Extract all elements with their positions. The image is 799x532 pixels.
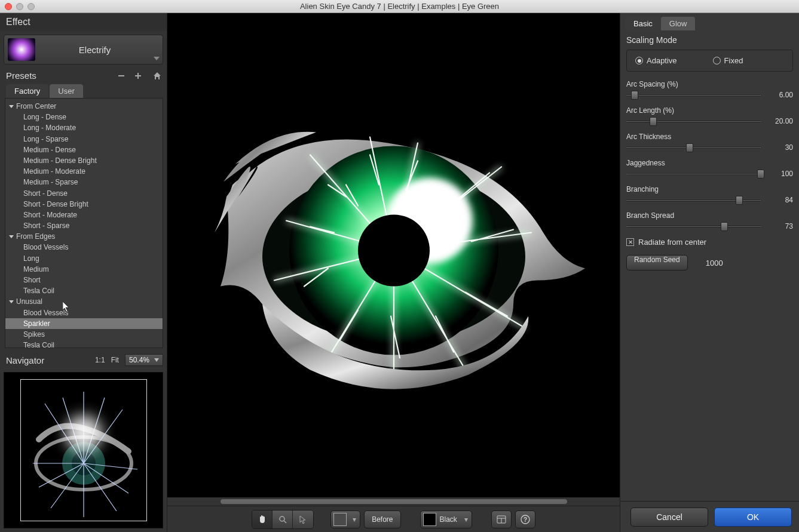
param-jaggedness: Jaggedness 100 [626,159,793,178]
presets-section-label: Presets [6,70,109,81]
tree-item-selected[interactable]: Sparkler [5,318,163,329]
param-value[interactable]: 6.00 [769,91,793,99]
title-bar: Alien Skin Eye Candy 7 | Electrify | Exa… [0,0,799,13]
zoom-select[interactable]: 50.4% [125,354,163,366]
navigator-section-label: Navigator [6,355,89,365]
tree-item[interactable]: Short - Moderate [5,210,163,220]
window-controls [5,3,35,10]
param-value[interactable]: 20.00 [769,117,793,125]
tab-user[interactable]: User [50,84,82,98]
radio-label: Fixed [724,56,743,65]
before-button[interactable]: Before [364,511,400,528]
tree-group[interactable]: From Edges [5,231,163,242]
tree-group-label: From Edges [16,232,55,241]
checkbox-label: Radiate from center [638,238,706,247]
param-value[interactable]: 84 [769,196,793,204]
tree-item[interactable]: Tesla Coil [5,285,163,296]
param-arc-thickness: Arc Thickness 30 [626,133,793,152]
dialog-footer: Cancel OK [620,501,799,532]
svg-rect-2 [135,75,141,76]
seed-value[interactable]: 1000 [706,259,723,267]
color-swatch [333,513,347,526]
param-label: Jaggedness [626,159,793,167]
preset-tree[interactable]: From Center Long - Dense Long - Moderate… [5,98,163,348]
slider[interactable] [626,121,761,122]
tree-item[interactable]: Long - Dense [5,112,163,122]
zoom-tool-button[interactable] [273,511,293,528]
tree-item[interactable]: Blood Vessels [5,242,163,253]
param-arc-length: Arc Length (%) 20.00 [626,106,793,125]
background-color-control[interactable]: Black ▾ [420,511,472,528]
hand-tool-button[interactable] [252,511,273,528]
scaling-mode-title: Scaling Mode [626,35,793,45]
home-icon[interactable] [152,71,162,81]
panel-toggle-button[interactable] [491,511,512,528]
param-value[interactable]: 73 [769,222,793,230]
tree-item[interactable]: Medium - Dense Bright [5,155,163,166]
canvas-viewport[interactable] [167,13,620,497]
param-value[interactable]: 30 [769,143,793,152]
random-seed-button[interactable]: Random Seed [626,255,688,270]
svg-text:?: ? [524,516,527,523]
tree-item[interactable]: Long - Sparse [5,134,163,144]
tree-item[interactable]: Blood Vessels [5,307,163,318]
tab-basic[interactable]: Basic [625,17,661,30]
scrollbar-thumb[interactable] [221,499,567,504]
pointer-tool-button[interactable] [293,511,313,528]
chevron-down-icon[interactable] [151,35,163,64]
tree-item[interactable]: Tesla Coil [5,340,163,348]
tab-factory[interactable]: Factory [6,84,48,98]
tree-item[interactable]: Medium - Sparse [5,177,163,187]
slider[interactable] [626,226,761,227]
tree-item[interactable]: Medium [5,264,163,275]
scaling-adaptive-radio[interactable]: Adaptive [635,56,677,65]
param-label: Arc Spacing (%) [626,80,793,88]
effect-name: Electrify [39,45,151,55]
tree-item[interactable]: Short - Dense Bright [5,199,163,210]
tree-group[interactable]: Unusual [5,296,163,307]
cancel-button[interactable]: Cancel [630,508,708,527]
radio-icon [713,57,721,64]
help-button[interactable]: ? [515,511,535,528]
param-branching: Branching 84 [626,185,793,204]
tree-item[interactable]: Medium - Dense [5,144,163,155]
param-branch-spread: Branch Spread 73 [626,211,793,230]
ok-button[interactable]: OK [714,508,792,527]
navigator-preview[interactable] [4,372,163,528]
minimize-window-icon[interactable] [16,3,23,10]
close-window-icon[interactable] [5,3,12,10]
tree-group[interactable]: From Center [5,101,163,112]
radiate-checkbox[interactable]: ✕ Radiate from center [626,238,793,247]
param-label: Branch Spread [626,211,793,220]
scaling-fixed-radio[interactable]: Fixed [713,56,743,65]
settings-tabs: Basic Glow [620,13,799,30]
effect-selector[interactable]: Electrify [4,35,163,64]
tree-item[interactable]: Short - Dense [5,188,163,199]
tab-glow[interactable]: Glow [661,17,696,30]
tree-item[interactable]: Long - Moderate [5,122,163,133]
slider[interactable] [626,94,761,96]
maximize-window-icon[interactable] [27,3,35,10]
add-preset-icon[interactable] [133,71,143,81]
tree-item[interactable]: Spikes [5,329,163,340]
tree-item[interactable]: Medium - Moderate [5,166,163,177]
param-value[interactable]: 100 [769,170,793,178]
tree-group-label: Unusual [16,297,42,306]
zoom-1to1-button[interactable]: 1:1 [95,356,105,364]
tree-item[interactable]: Short [5,275,163,285]
slider[interactable] [626,199,761,201]
slider[interactable] [626,147,761,149]
slider[interactable] [626,173,761,175]
remove-preset-icon[interactable] [117,71,126,81]
param-label: Arc Length (%) [626,106,793,115]
color-swatch-control[interactable]: ▾ [330,511,360,528]
svg-point-23 [358,215,430,287]
bg-color-label: Black [439,515,461,524]
tree-item[interactable]: Long [5,253,163,264]
horizontal-scrollbar[interactable] [167,497,620,506]
presets-header: Presets [0,68,167,83]
zoom-fit-button[interactable]: Fit [111,356,119,364]
tree-group-label: From Center [16,102,56,111]
tree-item[interactable]: Short - Sparse [5,220,163,231]
zoom-value: 50.4% [129,356,149,364]
